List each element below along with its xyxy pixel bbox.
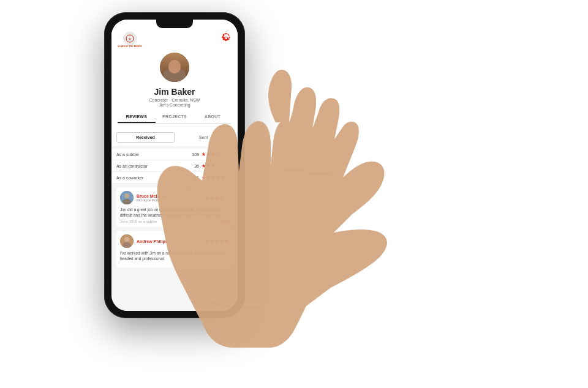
star-1 [202, 152, 206, 157]
tab-reviews[interactable]: REVIEWS [118, 111, 156, 123]
star-4 [216, 176, 221, 180]
star-1 [202, 176, 206, 180]
hand-overlay [0, 0, 588, 388]
star-4 [216, 152, 221, 157]
review-footer-1: June 2019 as a subbie Reply [120, 220, 229, 223]
reviewer-company-1: McIntyre Pumps [137, 198, 205, 202]
badge-icon[interactable]: ★ SLABS OF THE MONTH [118, 32, 141, 48]
reviewer-avatar-1 [120, 191, 134, 204]
rstar-4 [220, 196, 224, 200]
rstar-2 [210, 196, 214, 200]
review-text-1: Jim did a great job on our warehouse sla… [120, 207, 229, 218]
star-5 [221, 176, 225, 180]
reviewer-name-2: Andrew Philips [137, 239, 205, 244]
rstar2-4 [220, 239, 224, 244]
rstar-3 [215, 196, 219, 200]
award-icon: ★ [126, 34, 134, 43]
svg-point-6 [124, 237, 129, 242]
stats-section: As a subbie 109 [111, 149, 238, 184]
review-header-2: Andrew Philips [120, 234, 229, 248]
rstar-5 [225, 196, 229, 200]
star-2 [206, 164, 211, 168]
chevron-right-coworker [227, 174, 233, 181]
review-card-2: Andrew Philips [116, 231, 233, 267]
badge-label: SLABS OF THE MONTH [118, 45, 141, 48]
tab-projects[interactable]: PROJECTS [156, 111, 194, 123]
scene: ★ SLABS OF THE MONTH [0, 0, 588, 388]
stat-count-contractor: 36 [189, 164, 199, 168]
reviewer-info-2: Andrew Philips [137, 239, 205, 244]
rstar-1 [205, 196, 209, 200]
person-head [168, 60, 181, 73]
phone-frame: ★ SLABS OF THE MONTH [104, 12, 245, 318]
stat-row-coworker[interactable]: As a coworker 11 [111, 172, 238, 184]
badge-circle: ★ [123, 32, 137, 45]
stat-count-coworker: 11 [189, 176, 199, 180]
reviewer-avatar-inner-1 [120, 191, 134, 204]
user-profession: Concreter · Cronulla, NSW [149, 98, 200, 102]
chevron-right-subbie [227, 151, 233, 158]
screen-header: ★ SLABS OF THE MONTH [111, 20, 238, 129]
avatar-container [159, 51, 190, 83]
star-3 [211, 152, 216, 157]
toggle-received[interactable]: Received [116, 132, 175, 143]
stat-label-subbie: As a subbie [116, 152, 189, 157]
review-stars-1 [205, 196, 229, 200]
stat-label-coworker: As a coworker [116, 176, 189, 180]
stat-label-contractor: As an contractor [116, 164, 189, 168]
review-stars-2 [205, 239, 229, 244]
reviewer-info-1: Bruce McIntyre McIntyre Pumps [137, 194, 205, 202]
user-company: Jim's Concreting [159, 103, 190, 107]
reviewer-name-1: Bruce McIntyre [137, 194, 205, 198]
screen-content: Received Sent As a subbie 109 [111, 129, 238, 311]
rstar2-3 [215, 239, 219, 244]
avatar [159, 51, 190, 83]
reviewer-avatar-svg-1 [120, 191, 134, 204]
user-name: Jim Baker [154, 87, 195, 97]
star-2 [206, 176, 211, 180]
review-card-1: Bruce McIntyre McIntyre Pumps [116, 187, 233, 227]
star-5 [221, 164, 225, 168]
star-4 [216, 164, 221, 168]
stars-contractor [202, 164, 225, 168]
rstar2-1 [205, 239, 209, 244]
stars-subbie [202, 152, 225, 157]
tab-about[interactable]: ABOUT [194, 111, 232, 123]
gear-icon [221, 33, 232, 44]
review-header-1: Bruce McIntyre McIntyre Pumps [120, 191, 229, 204]
rstar2-2 [210, 239, 214, 244]
star-1 [202, 164, 206, 168]
review-date-1: June 2019 as a subbie [120, 220, 157, 223]
review-text-2: I've worked with Jim on a number of jobs… [120, 250, 229, 261]
reviewer-avatar-svg-2 [120, 234, 134, 248]
header-icons: ★ SLABS OF THE MONTH [118, 32, 232, 48]
star-3 [211, 164, 216, 168]
toggle-sent[interactable]: Sent [175, 132, 233, 143]
phone-screen: ★ SLABS OF THE MONTH [111, 20, 238, 311]
svg-text:★: ★ [129, 37, 131, 40]
toggle-row: Received Sent [111, 129, 238, 146]
avatar-person [160, 53, 189, 82]
chevron-right-contractor [227, 163, 233, 170]
star-5 [221, 152, 225, 157]
stat-count-subbie: 109 [189, 152, 199, 157]
star-3 [211, 176, 216, 180]
phone-wrapper: ★ SLABS OF THE MONTH [104, 12, 245, 318]
reviews-section: Bruce McIntyre McIntyre Pumps [111, 184, 238, 270]
star-2 [206, 152, 211, 157]
settings-button[interactable] [221, 33, 232, 47]
reviewer-avatar-inner-2 [120, 234, 134, 248]
phone-notch [156, 20, 193, 28]
rstar2-5 [225, 239, 229, 244]
stat-row-contractor[interactable]: As an contractor 36 [111, 160, 238, 172]
stars-coworker [202, 176, 225, 180]
reviewer-avatar-2 [120, 234, 134, 248]
svg-point-3 [124, 193, 129, 198]
nav-tabs: REVIEWS PROJECTS ABOUT [118, 111, 232, 124]
reply-link-1[interactable]: Reply [219, 220, 229, 223]
stat-row-subbie[interactable]: As a subbie 109 [111, 149, 238, 160]
